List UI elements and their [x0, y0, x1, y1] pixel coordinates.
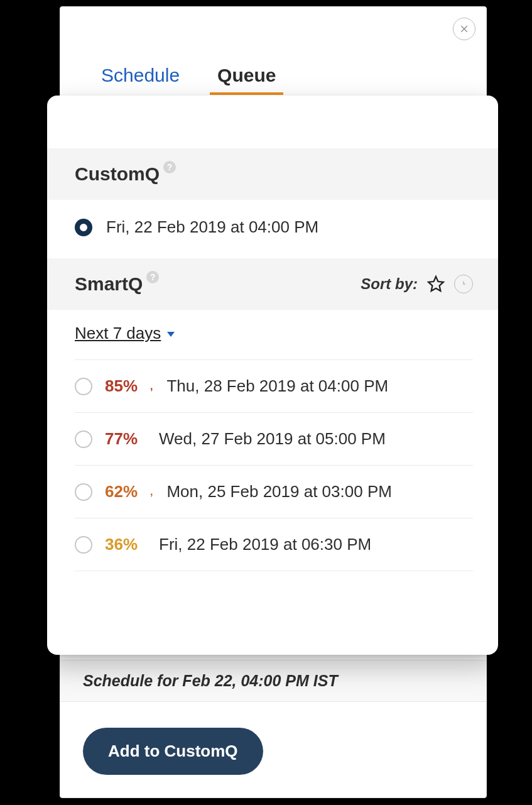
sort-by-label: Sort by:: [361, 275, 418, 293]
add-to-customq-button[interactable]: Add to CustomQ: [83, 728, 263, 775]
smartq-slot-row[interactable]: 85%,Thu, 28 Feb 2019 at 04:00 PM: [75, 359, 473, 413]
star-icon: [426, 275, 445, 293]
slot-date: Fri, 22 Feb 2019 at 06:30 PM: [159, 535, 371, 554]
close-button[interactable]: [453, 18, 475, 40]
comma: ,: [150, 486, 153, 498]
sort-star-button[interactable]: [426, 275, 445, 293]
smartq-title: SmartQ: [75, 273, 143, 295]
smartq-radio[interactable]: [75, 536, 92, 554]
slot-date: Wed, 27 Feb 2019 at 05:00 PM: [159, 429, 386, 449]
customq-slot-row[interactable]: Fri, 22 Feb 2019 at 04:00 PM: [47, 200, 498, 258]
sort-clock-button[interactable]: [454, 275, 473, 293]
slot-date: Thu, 28 Feb 2019 at 04:00 PM: [166, 376, 388, 396]
smartq-slot-list: 85%,Thu, 28 Feb 2019 at 04:00 PM77%Wed, …: [47, 359, 498, 571]
schedule-summary-bar: Schedule for Feb 22, 04:00 PM IST: [60, 660, 486, 702]
close-icon: [459, 24, 469, 34]
date-range-label: Next 7 days: [75, 324, 161, 343]
help-icon[interactable]: ?: [146, 271, 159, 283]
smartq-radio[interactable]: [75, 430, 92, 448]
chevron-down-icon: [167, 332, 175, 337]
customq-title: CustomQ: [75, 163, 160, 185]
slot-percentage: 85%: [105, 376, 146, 396]
tab-schedule[interactable]: Schedule: [101, 65, 180, 95]
clock-icon: [458, 278, 469, 290]
tab-bar: Schedule Queue: [101, 65, 276, 95]
customq-header: CustomQ ?: [47, 148, 498, 200]
smartq-slot-row[interactable]: 62%,Mon, 25 Feb 2019 at 03:00 PM: [75, 466, 473, 518]
slot-percentage: 62%: [105, 482, 146, 501]
date-range-select[interactable]: Next 7 days: [75, 324, 175, 346]
help-icon[interactable]: ?: [163, 161, 176, 173]
smartq-radio[interactable]: [75, 483, 92, 501]
schedule-summary-text: Schedule for Feb 22, 04:00 PM IST: [83, 672, 338, 689]
smartq-slot-row[interactable]: 36%Fri, 22 Feb 2019 at 06:30 PM: [75, 518, 473, 571]
customq-slot-text: Fri, 22 Feb 2019 at 04:00 PM: [106, 217, 318, 237]
smartq-radio[interactable]: [75, 378, 92, 395]
slot-percentage: 36%: [105, 535, 146, 554]
tab-queue[interactable]: Queue: [217, 65, 276, 95]
slot-percentage: 77%: [105, 429, 146, 449]
slot-date: Mon, 25 Feb 2019 at 03:00 PM: [166, 482, 391, 501]
queue-card: CustomQ ? Fri, 22 Feb 2019 at 04:00 PM S…: [47, 96, 498, 655]
smartq-slot-row[interactable]: 77%Wed, 27 Feb 2019 at 05:00 PM: [75, 413, 473, 466]
smartq-header: SmartQ ? Sort by:: [47, 258, 498, 310]
customq-radio[interactable]: [75, 219, 92, 236]
comma: ,: [150, 381, 153, 392]
